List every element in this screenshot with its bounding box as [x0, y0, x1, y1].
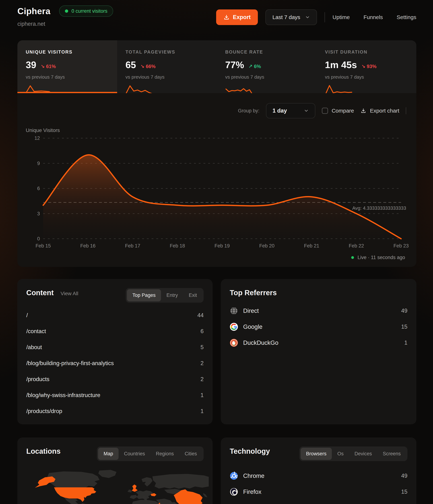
map-ireland — [128, 490, 132, 493]
technology-tabs: Browsers Os Devices Screens — [299, 446, 407, 461]
content-title: Content — [26, 289, 54, 297]
technology-rows: Chrome 49 Firefox 15 — [230, 468, 407, 504]
map-united-kingdom-highlight — [132, 484, 138, 492]
sparkline-chart — [225, 83, 252, 93]
technology-title: Technology — [230, 447, 270, 455]
unique-visitors-line-chart[interactable]: Unique Visitors036912Avg: 4.333333333333… — [17, 124, 416, 255]
firefox-icon — [230, 488, 238, 496]
download-icon — [361, 108, 366, 114]
content-row[interactable]: /blog/building-privacy-first-analytics2 — [26, 355, 204, 371]
referrer-row[interactable]: Google 15 — [230, 319, 407, 335]
stat-value: 1m 45s — [325, 59, 357, 70]
stats-row: UNIQUE VISITORS 39 ↘ 61% vs previous 7 d… — [17, 40, 416, 93]
live-status: Live · 11 seconds ago — [351, 255, 405, 260]
header-divider — [325, 12, 325, 22]
tab-cities[interactable]: Cities — [179, 448, 202, 460]
locations-card: Locations Map Countries Regions Cities — [17, 438, 213, 504]
tab-browsers[interactable]: Browsers — [301, 448, 332, 460]
nav-settings[interactable]: Settings — [397, 14, 416, 20]
content-card: Content View All Top Pages Entry Exit /4… — [17, 279, 213, 424]
stat-delta: ↘ 93% — [361, 63, 376, 69]
map-israel-highlight — [159, 503, 160, 504]
content-row[interactable]: /products2 — [26, 371, 204, 387]
view-all-link[interactable]: View All — [61, 291, 78, 297]
svg-text:Feb 20: Feb 20 — [259, 243, 275, 249]
map-cuba — [81, 503, 88, 504]
stat-delta: ↘ 61% — [41, 63, 56, 69]
nav-uptime[interactable]: Uptime — [333, 14, 350, 20]
technology-row[interactable]: Firefox 15 — [230, 484, 407, 500]
tab-regions[interactable]: Regions — [150, 448, 179, 460]
export-chart-button[interactable]: Export chart — [361, 108, 399, 114]
referrer-rows: Direct 49 Google 15 — [230, 303, 407, 351]
controls-divider — [406, 107, 406, 114]
technology-row[interactable]: Chrome 49 — [230, 468, 407, 484]
export-label: Export — [233, 14, 251, 20]
world-map[interactable] — [22, 470, 209, 504]
tab-countries[interactable]: Countries — [119, 448, 150, 460]
live-dot-icon — [351, 256, 354, 259]
content-row[interactable]: /contact6 — [26, 323, 204, 339]
map-iberia — [130, 495, 138, 499]
export-button[interactable]: Export — [216, 9, 258, 25]
stat-unique-visitors[interactable]: UNIQUE VISITORS 39 ↘ 61% vs previous 7 d… — [17, 40, 117, 93]
header-right: Export Last 7 days Uptime Funnels Settin… — [216, 9, 416, 25]
compare-checkbox[interactable] — [322, 108, 328, 114]
tab-exit[interactable]: Exit — [183, 289, 202, 301]
chart-controls: Group by: 1 day Compare Export chart — [238, 103, 406, 118]
stat-total-pageviews[interactable]: TOTAL PAGEVIEWS 65 ↘ 66% vs previous 7 d… — [117, 40, 217, 93]
map-russia — [153, 474, 209, 489]
stat-label: TOTAL PAGEVIEWS — [125, 49, 217, 55]
tab-screens[interactable]: Screens — [377, 448, 406, 460]
date-range-dropdown[interactable]: Last 7 days — [265, 9, 317, 25]
stat-bounce-rate[interactable]: BOUNCE RATE 77% ↗ 6% vs previous 7 days — [217, 40, 317, 93]
map-greenland — [98, 470, 116, 478]
content-row[interactable]: /44 — [26, 307, 204, 323]
tab-entry[interactable]: Entry — [161, 289, 183, 301]
content-row[interactable]: /blog/why-swiss-infrastructure1 — [26, 387, 204, 403]
referrers-title: Top Referrers — [230, 289, 277, 297]
top-referrers-card: Top Referrers Direct 49 — [221, 279, 416, 424]
svg-text:Feb 16: Feb 16 — [80, 243, 95, 249]
current-visitors-badge[interactable]: 0 current visitors — [59, 5, 113, 17]
sparkline-chart — [325, 83, 352, 93]
tab-map[interactable]: Map — [98, 448, 119, 460]
locations-title: Locations — [26, 447, 61, 455]
live-visitors-dot-icon — [65, 9, 68, 13]
header-left: Ciphera 0 current visitors ciphera.net — [17, 5, 113, 27]
svg-text:Avg: 4.333333333333333: Avg: 4.333333333333333 — [352, 205, 406, 211]
tab-top-pages[interactable]: Top Pages — [127, 289, 161, 301]
referrer-row[interactable]: DuckDuckGo 1 — [230, 335, 407, 351]
content-tabs: Top Pages Entry Exit — [126, 288, 204, 303]
svg-text:Unique Visitors: Unique Visitors — [26, 127, 60, 133]
export-chart-label: Export chart — [370, 108, 399, 114]
duckduckgo-icon — [230, 339, 238, 347]
site-domain: ciphera.net — [17, 21, 113, 27]
tab-os[interactable]: Os — [332, 448, 349, 460]
chevron-down-icon — [305, 15, 310, 20]
tab-devices[interactable]: Devices — [349, 448, 377, 460]
svg-text:Feb 21: Feb 21 — [304, 243, 319, 249]
content-row[interactable]: /about5 — [26, 339, 204, 355]
map-scandinavia — [142, 477, 153, 486]
stat-compare-label: vs previous 7 days — [325, 74, 416, 80]
svg-text:Feb 17: Feb 17 — [125, 243, 140, 249]
sparkline-chart — [26, 83, 53, 93]
svg-text:0: 0 — [37, 236, 40, 242]
group-by-dropdown[interactable]: 1 day — [266, 103, 315, 118]
technology-row-partial[interactable] — [230, 500, 407, 504]
nav-funnels[interactable]: Funnels — [364, 14, 383, 20]
referrer-row[interactable]: Direct 49 — [230, 303, 407, 319]
site-title: Ciphera — [17, 6, 50, 16]
stat-value: 39 — [26, 59, 36, 70]
svg-text:3: 3 — [37, 211, 40, 216]
globe-icon — [230, 307, 238, 315]
content-row[interactable]: /products/drop1 — [26, 403, 204, 419]
stat-delta: ↘ 66% — [140, 63, 156, 69]
compare-toggle[interactable]: Compare — [322, 108, 354, 114]
chrome-icon — [230, 472, 238, 480]
svg-text:9: 9 — [37, 161, 40, 166]
map-japan — [203, 493, 207, 497]
google-icon — [230, 323, 238, 331]
stat-visit-duration[interactable]: VISIT DURATION 1m 45s ↘ 93% vs previous … — [317, 40, 416, 93]
